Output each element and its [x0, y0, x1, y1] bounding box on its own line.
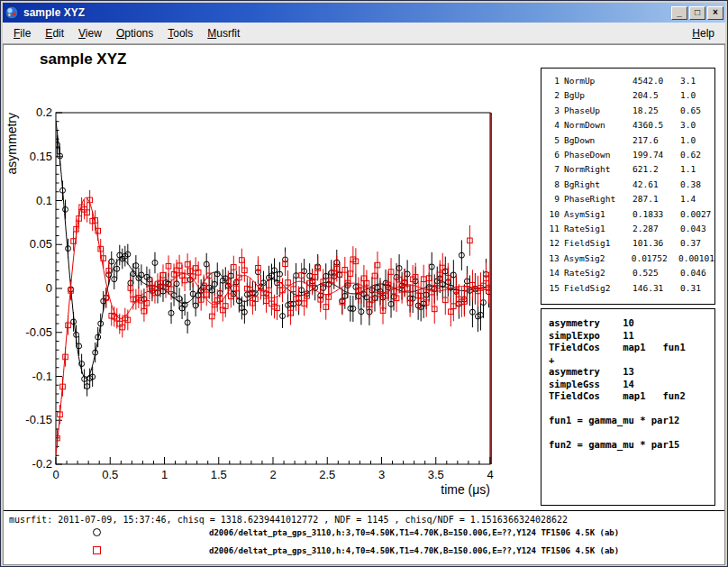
series-markers	[55, 190, 492, 448]
data-series-square	[55, 190, 492, 454]
param-value: 4542.0	[632, 74, 680, 88]
menu-file[interactable]: File	[6, 24, 38, 42]
param-error: 0.00101	[678, 251, 714, 266]
y-tick-label: -0.15	[25, 413, 52, 426]
theory-line	[549, 427, 714, 440]
param-name: NormDown	[564, 118, 632, 133]
param-error: 1.1	[680, 162, 714, 177]
param-number: 1	[546, 74, 560, 88]
app-icon[interactable]	[5, 5, 19, 20]
param-row: 14RateSig20.5250.046	[546, 266, 714, 280]
param-error: 0.37	[680, 236, 714, 251]
y-tick-label: -0.1	[32, 370, 52, 383]
param-value: 0.1833	[632, 207, 680, 222]
param-row: 15FieldSig2146.310.31	[546, 281, 714, 296]
param-name: FieldSig1	[564, 236, 632, 251]
menu-help[interactable]: Help	[685, 24, 722, 42]
param-number: 13	[546, 251, 560, 266]
param-value: 4360.5	[632, 118, 680, 133]
axis-ticks	[56, 113, 490, 464]
param-row: 7NormRight621.21.1	[546, 162, 714, 177]
legend-square-marker-icon	[93, 546, 101, 554]
param-number: 2	[546, 88, 560, 103]
menu-accel: T	[168, 27, 173, 40]
param-error: 0.38	[680, 178, 714, 192]
param-number: 9	[546, 192, 560, 206]
param-error: 3.0	[680, 118, 714, 133]
param-name: BgDown	[564, 133, 632, 148]
param-name: RateSig2	[564, 266, 632, 280]
param-name: PhaseUp	[564, 104, 632, 118]
x-tick-label: 1.5	[211, 468, 227, 481]
param-number: 4	[546, 118, 560, 133]
menu-edit[interactable]: Edit	[38, 24, 71, 42]
theory-line: fun2 = gamma_mu * par15	[549, 439, 714, 452]
menu-accel: V	[78, 27, 86, 40]
param-value: 42.61	[632, 178, 680, 192]
menu-accel: O	[116, 27, 124, 40]
close-button[interactable]: ×	[707, 6, 723, 20]
param-error: 0.046	[680, 266, 714, 280]
maximize-button[interactable]: □	[689, 6, 705, 20]
y-tick-label: -0.05	[25, 325, 52, 339]
param-error: 0.65	[680, 104, 714, 118]
minimize-button[interactable]: _	[671, 6, 687, 20]
titlebar[interactable]: sample XYZ _ □ ×	[3, 3, 725, 23]
app-window: sample XYZ _ □ × FileEditViewOptionsTool…	[0, 0, 728, 567]
param-row: 4NormDown4360.53.0	[546, 118, 714, 133]
param-number: 6	[546, 148, 560, 162]
param-value: 101.36	[632, 236, 680, 251]
param-value: 621.2	[632, 162, 680, 177]
param-number: 3	[546, 104, 560, 118]
menu-accel: H	[692, 27, 700, 40]
param-value: 217.6	[632, 133, 680, 148]
window-controls: _ □ ×	[671, 6, 723, 20]
menu-tools[interactable]: Tools	[160, 24, 200, 42]
param-value: 18.25	[632, 104, 680, 118]
fit-parameter-box: 1NormUp4542.03.12BgUp204.51.03PhaseUp18.…	[541, 68, 715, 305]
plot-frame	[56, 113, 490, 464]
param-row: 12FieldSig1101.360.37	[546, 236, 714, 251]
y-tick-label: 0.05	[30, 237, 52, 251]
param-value: 0.525	[632, 266, 680, 280]
legend-row: d2006/deltat_pta_gps_3110,h:3,T0=4.50K,T…	[4, 524, 724, 542]
plot-area[interactable]: 00.511.522.533.54-0.2-0.15-0.1-0.0500.05…	[4, 45, 544, 510]
menu-accel: F	[14, 27, 20, 40]
param-error: 1.0	[680, 133, 714, 148]
param-name: FieldSig2	[564, 281, 632, 296]
param-error: 1.0	[680, 88, 714, 103]
x-tick-label: 3.5	[428, 468, 444, 481]
param-error: 0.0027	[680, 207, 714, 222]
param-row: 1NormUp4542.03.1	[546, 74, 714, 88]
param-row: 10AsymSig10.18330.0027	[546, 207, 714, 222]
x-axis-title: time (μs)	[441, 482, 490, 497]
theory-line	[549, 403, 714, 416]
param-error: 0.62	[680, 148, 714, 162]
theory-line: fun1 = gamma_mu * par12	[549, 415, 714, 427]
param-value: 2.287	[632, 222, 680, 236]
app-icon-graphic	[5, 5, 19, 20]
param-name: PhaseDown	[564, 148, 632, 162]
param-error: 0.31	[680, 281, 714, 296]
param-error: 3.1	[680, 74, 714, 88]
param-row: 5BgDown217.61.0	[546, 133, 714, 148]
menu-view[interactable]: View	[71, 24, 109, 42]
param-name: PhaseRight	[564, 192, 632, 206]
data-series-circle	[55, 121, 492, 397]
menubar: FileEditViewOptionsToolsMusrfit Help	[3, 23, 725, 44]
param-name: RateSig1	[564, 222, 632, 236]
menu-options[interactable]: Options	[109, 24, 160, 42]
param-row: 11RateSig12.2870.043	[546, 222, 714, 236]
param-row: 9PhaseRight287.11.4	[546, 192, 714, 206]
param-number: 5	[546, 133, 560, 148]
param-row: 13AsymSig20.017520.00101	[546, 251, 714, 266]
param-number: 7	[546, 162, 560, 177]
menu-musrfit[interactable]: Musrfit	[200, 24, 247, 42]
param-value: 199.74	[632, 148, 680, 162]
root-canvas[interactable]: sample XYZ 00.511.522.533.54-0.2-0.15-0.…	[3, 44, 725, 565]
legend-label: d2006/deltat_pta_gps_3110,h:4,T0=4.50K,T…	[209, 546, 619, 555]
param-row: 8BgRight42.610.38	[546, 178, 714, 192]
param-value: 146.31	[632, 281, 680, 296]
param-name: NormRight	[564, 162, 632, 177]
param-row: 3PhaseUp18.250.65	[546, 104, 714, 118]
